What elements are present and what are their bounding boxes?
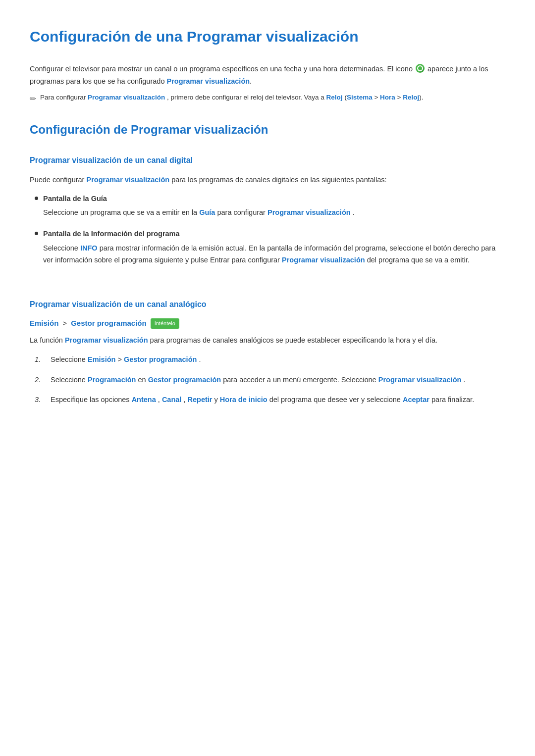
step1-link1[interactable]: Emisión <box>88 355 115 363</box>
guia-desc-prefix: Seleccione un programa que se va a emiti… <box>43 208 197 216</box>
guia-desc-suffix: . <box>353 208 355 216</box>
step-1-num: 1. <box>35 354 44 365</box>
step3-text6: para finalizar. <box>431 396 474 403</box>
analog-intro: La función Programar visualización para … <box>30 334 505 347</box>
digital-intro-text2: para los programas de canales digitales … <box>171 176 386 184</box>
step-2: 2. Seleccione Programación en Gestor pro… <box>35 374 505 386</box>
step3-prefix: Especifique las opciones <box>51 396 132 403</box>
step-2-num: 2. <box>35 374 44 386</box>
digital-intro-text1: Puede configurar <box>30 176 84 184</box>
step3-text4: y <box>214 396 219 403</box>
subsection-digital-title: Programar visualización de un canal digi… <box>30 154 505 167</box>
guia-desc-mid: para configurar <box>217 208 266 216</box>
bullet-guia-label: Pantalla de la Guía <box>43 193 505 204</box>
info-link2[interactable]: Programar visualización <box>282 256 365 264</box>
step2-end: . <box>463 376 465 384</box>
note-box: ✏ Para configurar Programar visualizació… <box>30 92 505 105</box>
step2-link2[interactable]: Gestor programación <box>148 376 221 384</box>
step3-text2: , <box>158 396 160 403</box>
bullet-info: Pantalla de la Información del programa … <box>35 228 505 266</box>
step2-suffix: para acceder a un menú emergente. Selecc… <box>223 376 378 384</box>
step-1: 1. Seleccione Emisión > Gestor programac… <box>35 353 505 366</box>
step-3: 3. Especifique las opciones Antena , Can… <box>35 394 505 406</box>
note-link-reloj2[interactable]: Reloj <box>403 94 419 101</box>
step3-text3: , <box>183 396 185 403</box>
step1-mid: > <box>117 355 121 363</box>
note-text-5: > <box>397 94 403 101</box>
intro-text-1: Configurar el televisor para mostrar un … <box>30 65 413 73</box>
step2-link1[interactable]: Programación <box>88 376 136 384</box>
info-desc-suffix: del programa que se va a emitir. <box>367 256 470 264</box>
bullet-info-content: Pantalla de la Información del programa … <box>43 228 505 266</box>
intro-text-3: . <box>250 77 252 85</box>
step3-link3[interactable]: Repetir <box>187 396 212 403</box>
note-link-reloj[interactable]: Reloj <box>326 94 343 101</box>
step-1-text: Seleccione Emisión > Gestor programación… <box>51 353 505 366</box>
analog-intro-text1: La función <box>30 336 63 344</box>
step3-text5: del programa que desee ver y seleccione <box>269 396 403 403</box>
gestor-link[interactable]: Gestor programación <box>71 317 147 329</box>
step2-prefix: Seleccione <box>51 376 86 384</box>
bullet-guia-desc: Seleccione un programa que se va a emiti… <box>43 206 505 219</box>
programar-visualizacion-link-1[interactable]: Programar visualización <box>166 77 250 85</box>
info-link[interactable]: INFO <box>80 244 98 252</box>
analog-intro-link[interactable]: Programar visualización <box>65 336 148 344</box>
bullet-info-desc: Seleccione INFO para mostrar información… <box>43 242 505 266</box>
emission-line: Emisión > Gestor programación Inténtelo <box>30 317 505 329</box>
emission-arrow: > <box>62 317 67 329</box>
digital-intro-link[interactable]: Programar visualización <box>86 176 169 184</box>
note-link-programar[interactable]: Programar visualización <box>88 94 165 101</box>
guia-link[interactable]: Guía <box>199 208 215 216</box>
info-desc-prefix: Seleccione <box>43 244 78 252</box>
note-text: Para configurar Programar visualización … <box>40 92 424 103</box>
intentelo-badge: Inténtelo <box>151 318 179 329</box>
step1-link2[interactable]: Gestor programación <box>124 355 197 363</box>
step-2-text: Seleccione Programación en Gestor progra… <box>51 374 505 386</box>
intro-paragraph: Configurar el televisor para mostrar un … <box>30 62 505 87</box>
bullet-dot-1 <box>35 197 38 200</box>
subsection-analog: Programar visualización de un canal anal… <box>30 298 505 406</box>
step3-link5[interactable]: Aceptar <box>403 396 429 403</box>
guia-link2[interactable]: Programar visualización <box>268 208 351 216</box>
schedule-icon <box>416 64 425 73</box>
emission-link[interactable]: Emisión <box>30 317 58 329</box>
step3-link2[interactable]: Canal <box>162 396 182 403</box>
digital-intro: Puede configurar Programar visualización… <box>30 174 505 186</box>
step2-link3[interactable]: Programar visualización <box>378 376 462 384</box>
step1-suffix: . <box>199 355 201 363</box>
bullet-info-label: Pantalla de la Información del programa <box>43 228 505 240</box>
step3-link1[interactable]: Antena <box>132 396 156 403</box>
bullet-dot-2 <box>35 232 38 235</box>
note-text-4: > <box>374 94 380 101</box>
step2-mid: en <box>138 376 148 384</box>
section-title: Configuración de Programar visualización <box>30 120 505 139</box>
bullet-guia-content: Pantalla de la Guía Seleccione un progra… <box>43 193 505 219</box>
subsection-digital: Programar visualización de un canal digi… <box>30 154 505 266</box>
numbered-steps: 1. Seleccione Emisión > Gestor programac… <box>35 353 505 406</box>
step3-link4[interactable]: Hora de inicio <box>220 396 268 403</box>
step-3-text: Especifique las opciones Antena , Canal … <box>51 394 505 406</box>
step-3-num: 3. <box>35 394 44 405</box>
subsection-analog-title: Programar visualización de un canal anal… <box>30 298 505 311</box>
note-text-2: , primero debe configurar el reloj del t… <box>167 94 324 101</box>
note-link-hora[interactable]: Hora <box>380 94 395 101</box>
bullet-guia: Pantalla de la Guía Seleccione un progra… <box>35 193 505 219</box>
step1-prefix: Seleccione <box>51 355 86 363</box>
note-text-6: ). <box>419 94 423 101</box>
analog-intro-text2: para programas de canales analógicos se … <box>150 336 437 344</box>
note-link-sistema[interactable]: Sistema <box>347 94 373 101</box>
page-main-title: Configuración de una Programar visualiza… <box>30 25 505 49</box>
note-text-1: Para configurar <box>40 94 86 101</box>
pencil-icon: ✏ <box>30 93 36 105</box>
